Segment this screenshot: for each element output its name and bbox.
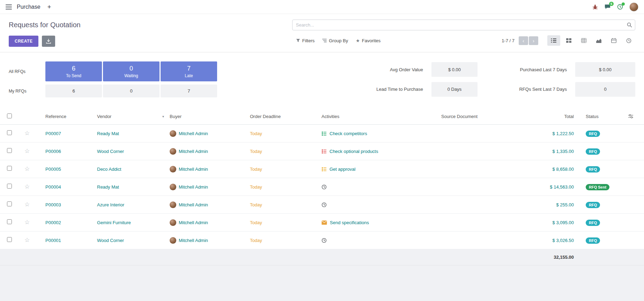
activity-cell[interactable]: Get approval (321, 167, 441, 172)
activity-cell[interactable] (321, 184, 441, 190)
kanban-view-icon[interactable] (562, 35, 575, 46)
buyer-cell[interactable]: Mitchell Admin (170, 166, 250, 172)
total-amount: $ 1,222.50 (532, 131, 581, 136)
activity-list-icon[interactable] (321, 149, 327, 154)
new-tab-plus-icon[interactable]: + (47, 3, 51, 10)
list-view-icon[interactable] (547, 35, 560, 46)
table-row[interactable]: ☆ P00006 Wood Corner Mitchell Admin Toda… (0, 142, 644, 160)
favorite-star-icon[interactable]: ☆ (24, 219, 30, 226)
reference-link[interactable]: P00007 (41, 131, 97, 136)
vendor-link[interactable]: Wood Corner (97, 149, 170, 154)
row-checkbox[interactable] (7, 130, 12, 135)
activity-label[interactable]: Check optional products (330, 149, 378, 154)
favorite-star-icon[interactable]: ☆ (24, 183, 30, 190)
select-all-checkbox[interactable] (7, 113, 12, 118)
favorite-star-icon[interactable]: ☆ (24, 130, 30, 137)
vendor-link[interactable]: Wood Corner (97, 238, 170, 243)
my-to-send[interactable]: 6 (45, 85, 102, 97)
activities-clock-icon[interactable] (617, 4, 623, 10)
vendor-link[interactable]: Deco Addict (97, 167, 170, 172)
pivot-view-icon[interactable] (577, 35, 590, 46)
pager-previous-button[interactable]: ‹ (519, 36, 528, 45)
buyer-avatar (170, 201, 176, 208)
row-checkbox[interactable] (7, 237, 12, 242)
app-menu-purchase[interactable]: Purchase (17, 4, 40, 10)
pager-next-button[interactable]: › (529, 36, 538, 45)
reference-link[interactable]: P00002 (41, 220, 97, 225)
my-late[interactable]: 7 (161, 85, 217, 97)
activity-cell[interactable]: Check competitors (321, 131, 441, 136)
favorite-star-icon[interactable]: ☆ (24, 166, 30, 172)
table-row[interactable]: ☆ P00007 Ready Mat Mitchell Admin Today … (0, 125, 644, 142)
filters-button[interactable]: Filters (292, 36, 318, 45)
header-total[interactable]: Total (532, 114, 581, 119)
activity-cell[interactable] (321, 202, 441, 207)
activity-clock-icon[interactable] (321, 238, 327, 243)
row-checkbox[interactable] (7, 184, 12, 189)
header-source-document[interactable]: Source Document (441, 114, 532, 119)
activity-cell[interactable]: Send specifications (321, 220, 441, 225)
kpi-to-send[interactable]: 6 To Send (45, 61, 102, 81)
group-by-button[interactable]: Group By (318, 36, 352, 45)
table-row[interactable]: ☆ P00004 Ready Mat Mitchell Admin Today … (0, 178, 644, 196)
hamburger-menu-icon[interactable] (6, 5, 12, 9)
reference-link[interactable]: P00003 (41, 202, 97, 207)
favorites-button[interactable]: ★ Favorites (352, 36, 384, 45)
reference-link[interactable]: P00004 (41, 184, 97, 190)
activity-label[interactable]: Send specifications (330, 220, 369, 225)
activity-list-icon[interactable] (321, 167, 327, 172)
vendor-link[interactable]: Gemini Furniture (97, 220, 170, 225)
reference-link[interactable]: P00005 (41, 167, 97, 172)
header-vendor[interactable]: Vendor ▾ (97, 114, 170, 119)
reference-link[interactable]: P00001 (41, 238, 97, 243)
vendor-link[interactable]: Azure Interior (97, 202, 170, 207)
activity-view-icon[interactable] (622, 35, 635, 46)
buyer-cell[interactable]: Mitchell Admin (170, 219, 250, 226)
search-input[interactable] (292, 20, 635, 30)
activity-mail-icon[interactable] (321, 220, 327, 225)
reference-link[interactable]: P00006 (41, 149, 97, 154)
messages-icon[interactable]: 5 (604, 4, 611, 10)
activity-clock-icon[interactable] (321, 184, 327, 190)
header-reference[interactable]: Reference (41, 114, 97, 119)
buyer-cell[interactable]: Mitchell Admin (170, 130, 250, 137)
table-row[interactable]: ☆ P00005 Deco Addict Mitchell Admin Toda… (0, 160, 644, 178)
activity-cell[interactable]: Check optional products (321, 149, 441, 154)
buyer-cell[interactable]: Mitchell Admin (170, 184, 250, 190)
header-activities[interactable]: Activities (321, 114, 441, 119)
favorite-star-icon[interactable]: ☆ (24, 201, 30, 208)
buyer-cell[interactable]: Mitchell Admin (170, 237, 250, 244)
row-checkbox[interactable] (7, 201, 12, 206)
create-button[interactable]: CREATE (9, 36, 38, 47)
table-row[interactable]: ☆ P00003 Azure Interior Mitchell Admin T… (0, 196, 644, 214)
favorite-star-icon[interactable]: ☆ (24, 148, 30, 154)
vendor-link[interactable]: Ready Mat (97, 131, 170, 136)
row-checkbox[interactable] (7, 148, 12, 153)
activity-list-icon[interactable] (321, 131, 327, 136)
kpi-late[interactable]: 7 Late (161, 61, 217, 81)
row-checkbox[interactable] (7, 166, 12, 171)
header-order-deadline[interactable]: Order Deadline (250, 114, 321, 119)
favorite-star-icon[interactable]: ☆ (24, 237, 30, 243)
my-waiting[interactable]: 0 (103, 85, 160, 97)
buyer-cell[interactable]: Mitchell Admin (170, 148, 250, 155)
table-row[interactable]: ☆ P00001 Wood Corner Mitchell Admin Toda… (0, 232, 644, 249)
activity-cell[interactable] (321, 238, 441, 243)
table-row[interactable]: ☆ P00002 Gemini Furniture Mitchell Admin… (0, 214, 644, 232)
header-buyer[interactable]: Buyer (170, 114, 250, 119)
header-status[interactable]: Status (581, 114, 621, 119)
vendor-link[interactable]: Ready Mat (97, 184, 170, 190)
graph-view-icon[interactable] (592, 35, 605, 46)
debug-bug-icon[interactable] (592, 4, 598, 10)
user-avatar[interactable] (629, 2, 638, 12)
kpi-waiting[interactable]: 0 Waiting (103, 61, 160, 81)
buyer-cell[interactable]: Mitchell Admin (170, 201, 250, 208)
calendar-view-icon[interactable] (607, 35, 620, 46)
export-download-button[interactable] (42, 36, 55, 47)
optional-columns-icon[interactable] (621, 113, 637, 119)
activity-label[interactable]: Check competitors (330, 131, 367, 136)
activity-clock-icon[interactable] (321, 202, 327, 207)
activity-label[interactable]: Get approval (330, 167, 355, 172)
row-checkbox[interactable] (7, 219, 12, 224)
search-icon[interactable] (627, 22, 632, 28)
